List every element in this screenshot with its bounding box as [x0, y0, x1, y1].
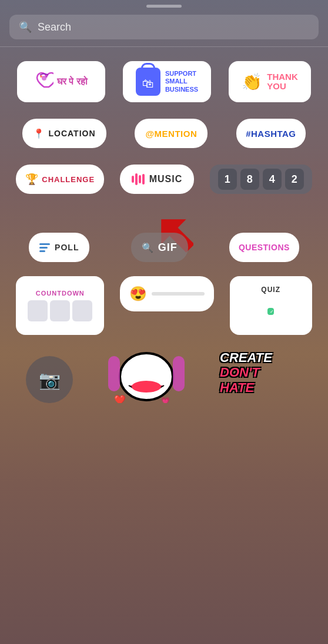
hands-icon: 👏 [242, 72, 262, 92]
sticker-row-2: 📍 LOCATION @MENTION #HASHTAG [12, 119, 316, 148]
sticker-thank-you[interactable]: 👏 THANK YOU [229, 61, 311, 102]
mention-text: @MENTION [145, 129, 197, 139]
hashtag-text: #HASHTAG [246, 129, 296, 139]
search-bar[interactable]: 🔍 Search [9, 15, 319, 39]
sticker-row-5: COUNTDOWN 😍 QUIZ ✓ [0, 262, 328, 335]
countdown-box-3 [72, 300, 92, 321]
notch-pill [146, 5, 182, 8]
sticker-gif[interactable]: 🔍 GIF [131, 233, 188, 262]
countdown-box-2 [50, 300, 70, 321]
sticker-camera[interactable]: 📷 [26, 356, 73, 403]
thank-you-text: THANK YOU [267, 72, 298, 92]
bottom-row: 📷 ❤️ 💗 CREATE DON'T HATE [0, 335, 328, 409]
slider-track [152, 292, 205, 296]
quiz-label: QUIZ [261, 286, 280, 294]
questions-text: QUESTIONS [239, 243, 290, 252]
check-icon: ✓ [270, 309, 274, 314]
countdown-box-1 [28, 300, 48, 321]
search-divider [0, 46, 328, 47]
sticker-challenge[interactable]: 🏆 CHALLENGE [16, 165, 104, 194]
countdown-label: COUNTDOWN [36, 290, 85, 297]
mouth-svg: ❤️ 💗 [108, 344, 185, 403]
ghar-text: घर पे रहो [57, 76, 88, 87]
pin-icon: 📍 [33, 128, 45, 139]
sticker-music[interactable]: MUSIC [120, 165, 195, 194]
sticker-hashtag[interactable]: #HASHTAG [236, 119, 305, 148]
countdown-boxes [28, 300, 92, 321]
svg-point-4 [132, 381, 161, 393]
sticker-mention[interactable]: @MENTION [135, 119, 207, 148]
location-text: LOCATION [48, 129, 95, 138]
timer-digit-2: 8 [240, 169, 259, 190]
timer-digit-4: 2 [285, 169, 304, 190]
create-text: CREATE DON'T HATE [220, 350, 302, 395]
create-line: CREATE [220, 350, 302, 365]
notch-bar [0, 0, 328, 10]
sticker-ghar-pe-raho[interactable]: घर पे रहो [17, 61, 105, 102]
svg-point-0 [42, 76, 46, 80]
hate-line: HATE [220, 380, 302, 395]
sticker-poll[interactable]: POLL [29, 233, 89, 262]
svg-rect-5 [108, 356, 120, 391]
svg-text:❤️: ❤️ [114, 394, 126, 403]
poll-text: POLL [55, 243, 79, 252]
sticker-row-1: घर पे रहो 🛍 SUPPORT SMALL BUSINESS 👏 THA… [12, 61, 316, 102]
emoji-icon: 😍 [129, 286, 147, 302]
svg-rect-6 [173, 356, 185, 391]
sticker-support-small-business[interactable]: 🛍 SUPPORT SMALL BUSINESS [123, 61, 211, 102]
heart-icon [35, 71, 53, 93]
sticker-quiz[interactable]: QUIZ ✓ [230, 276, 312, 335]
sticker-countdown[interactable]: COUNTDOWN [16, 276, 104, 335]
sticker-row-4: POLL 🔍 GIF QUESTIONS [0, 233, 328, 262]
poll-lines-icon [39, 243, 50, 252]
music-text: MUSIC [149, 174, 183, 185]
bag-icon: 🛍 [136, 68, 160, 96]
gif-text: GIF [158, 242, 178, 254]
support-text: SUPPORT SMALL BUSINESS [165, 70, 198, 93]
svg-point-3 [120, 353, 173, 400]
timer-digit-3: 4 [263, 169, 282, 190]
trophy-icon: 🏆 [25, 173, 38, 186]
sticker-location[interactable]: 📍 LOCATION [22, 119, 106, 148]
search-input-label: Search [38, 21, 71, 33]
sticker-questions[interactable]: QUESTIONS [229, 233, 299, 262]
camera-icon: 📷 [39, 370, 61, 390]
dont-line: DON'T [220, 365, 302, 380]
challenge-text: CHALLENGE [42, 175, 95, 184]
sticker-grid: घर पे रहो 🛍 SUPPORT SMALL BUSINESS 👏 THA… [0, 56, 328, 256]
svg-point-1 [40, 75, 42, 78]
sticker-row-3: 🏆 CHALLENGE MUSIC 1 8 4 2 [12, 165, 316, 194]
quiz-option-2-selected: ✓ [267, 308, 274, 315]
search-icon: 🔍 [19, 21, 32, 33]
gif-search-icon: 🔍 [142, 242, 153, 253]
sticker-timer[interactable]: 1 8 4 2 [210, 165, 312, 194]
music-bars-icon [132, 173, 145, 185]
sticker-emoji-slider[interactable]: 😍 [120, 276, 214, 311]
svg-text:💗: 💗 [161, 396, 170, 403]
sticker-mouth: ❤️ 💗 [108, 344, 185, 403]
timer-digit-1: 1 [218, 169, 237, 190]
sticker-create-dont-hate: CREATE DON'T HATE [220, 350, 302, 403]
